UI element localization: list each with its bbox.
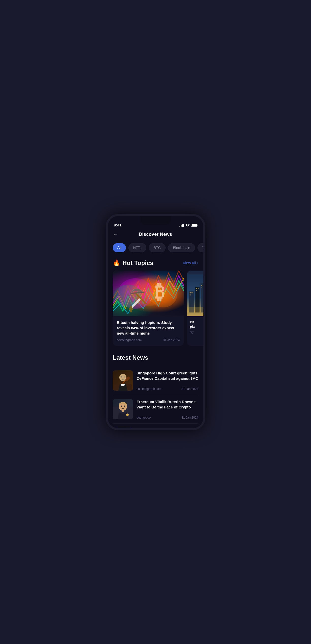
hot-topic-card-2[interactable]: Bitpla cry	[187, 271, 203, 346]
hot-topics-header: 🔥 Hot Topics View All ›	[108, 257, 203, 271]
svg-point-31	[124, 376, 125, 377]
news-item-1-image	[113, 370, 133, 391]
page-title: Discover News	[139, 232, 172, 237]
hot-topics-title: 🔥 Hot Topics	[113, 259, 153, 267]
svg-rect-43	[113, 428, 133, 428]
hot-topic-card-1-image: ₿	[113, 271, 184, 316]
tab-blockchain[interactable]: Blockchain	[168, 243, 195, 252]
pentagon-image: ₿ Ξ $	[113, 428, 133, 428]
svg-rect-15	[190, 292, 191, 293]
svg-rect-20	[196, 290, 197, 291]
svg-rect-16	[191, 292, 192, 293]
vitalik-image: Ξ	[113, 399, 133, 419]
status-icons	[179, 223, 197, 227]
hot-topic-card-1-title: Bitcoin halving hopium: Study reveals 84…	[117, 320, 180, 336]
news-item-1-source: cointelegraph.com	[137, 387, 161, 391]
news-item-1-title: Singapore High Court greenlights DeFianc…	[137, 370, 198, 381]
tab-nfts[interactable]: NFTs	[128, 243, 146, 252]
news-item-2-date: 31 Jan 2024	[182, 416, 198, 419]
news-item-2-title: Ethereum Vitalik Buterin Doesn't Want to…	[137, 399, 198, 410]
phone-screen: 9:41	[108, 216, 203, 428]
hot-topic-card-2-title: Bitpla	[190, 320, 203, 329]
status-time: 9:41	[114, 223, 122, 227]
svg-rect-19	[198, 288, 199, 289]
svg-rect-26	[187, 307, 203, 312]
hot-topic-card-1-date: 31 Jan 2024	[163, 338, 180, 342]
svg-point-30	[121, 376, 122, 377]
news-item-3[interactable]: ₿ Ξ $ Pentagon to pay out $24K in	[113, 424, 198, 428]
wifi-icon	[186, 223, 190, 227]
city-artwork	[187, 271, 203, 316]
category-tabs: All NFTs BTC Blockchain Tools	[108, 241, 203, 257]
tab-all[interactable]: All	[113, 243, 126, 252]
tab-tools[interactable]: Tools	[198, 243, 203, 252]
news-item-3-image: ₿ Ξ $	[113, 428, 133, 428]
latest-news-title: Latest News	[108, 352, 203, 366]
signal-icon	[179, 224, 184, 227]
hot-topic-card-1[interactable]: ₿	[113, 271, 184, 346]
news-item-2-source: decrypt.co	[137, 416, 151, 419]
news-item-3-title: Pentagon to pay out $24K in	[137, 428, 198, 428]
phone-frame: 9:41	[106, 214, 205, 430]
svg-rect-39	[122, 410, 124, 412]
news-item-2[interactable]: Ξ Ethereum Vitalik Buterin Doesn't Want …	[113, 395, 198, 424]
news-item-1-date: 31 Jan 2024	[182, 387, 198, 391]
header: ← Discover News	[108, 229, 203, 241]
svg-rect-17	[190, 294, 191, 295]
svg-point-38	[124, 405, 125, 407]
fire-emoji: 🔥	[113, 259, 120, 267]
news-item-1[interactable]: Singapore High Court greenlights DeFianc…	[113, 366, 198, 395]
judge-image	[113, 370, 133, 391]
view-all-button[interactable]: View All ›	[183, 261, 198, 265]
bitcoin-artwork: ₿	[113, 271, 184, 316]
hot-topic-card-2-image	[187, 271, 203, 316]
battery-icon	[191, 224, 197, 227]
svg-rect-8	[130, 306, 132, 312]
svg-point-9	[150, 279, 177, 307]
chevron-right-icon: ›	[197, 261, 198, 265]
hot-topic-card-2-source: cry	[190, 331, 203, 334]
news-list: Singapore High Court greenlights DeFianc…	[108, 366, 203, 428]
svg-point-37	[121, 405, 122, 407]
hot-topic-card-1-source: cointelegraph.com	[117, 338, 142, 342]
news-item-2-image: Ξ	[113, 399, 133, 419]
svg-rect-18	[196, 288, 197, 289]
main-content: ← Discover News All NFTs BTC Blockchain …	[108, 229, 203, 428]
hot-topics-carousel: ₿	[108, 271, 203, 352]
notch	[140, 216, 171, 225]
back-button[interactable]: ←	[113, 232, 118, 237]
tab-btc[interactable]: BTC	[149, 243, 166, 252]
